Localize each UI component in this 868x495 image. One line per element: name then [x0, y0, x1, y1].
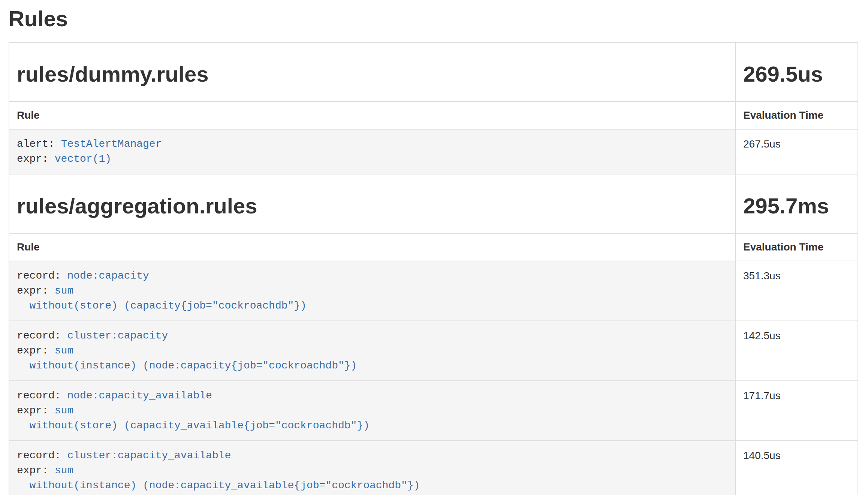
evaluation-time-cell: 267.5us [735, 129, 858, 174]
column-header-row: Rule Evaluation Time [9, 101, 858, 129]
rule-expr-link[interactable]: sum without(store) (capacity{job="cockro… [17, 285, 307, 312]
evaluation-time-value: 140.5us [743, 450, 781, 461]
rule-group-file-cell: rules/dummy.rules [9, 42, 735, 101]
evaluation-time-cell: 171.7us [735, 381, 858, 441]
column-header-rule: Rule [9, 233, 735, 261]
rule-group-header-row: rules/dummy.rules 269.5us [9, 42, 858, 101]
evaluation-time-cell: 351.3us [735, 261, 858, 321]
expr-label: expr: [17, 285, 48, 297]
rule-group-file: rules/aggregation.rules [17, 194, 727, 218]
rule-group-file: rules/dummy.rules [17, 62, 727, 86]
rule-name-link[interactable]: node:capacity [67, 270, 149, 282]
expr-label: expr: [17, 345, 48, 356]
rule-name-link[interactable]: node:capacity_available [67, 390, 212, 401]
rule-group-header-row: rules/aggregation.rules 295.7ms [9, 174, 858, 233]
rule-definition-cell: record:cluster:capacity expr:sum without… [9, 321, 735, 381]
evaluation-time-value: 142.5us [743, 330, 781, 341]
rule-row: record:node:capacity_available expr:sum … [9, 381, 858, 441]
rule-kind-label: alert: [17, 138, 55, 150]
rule-group-eval-time-cell: 295.7ms [735, 174, 858, 233]
expr-label: expr: [17, 465, 48, 476]
rule-name-link[interactable]: cluster:capacity [67, 330, 168, 341]
rule-expr-link[interactable]: vector(1) [55, 153, 111, 165]
rule-definition-cell: record:cluster:capacity_available expr:s… [9, 441, 735, 495]
column-header-evaluation-time: Evaluation Time [735, 233, 858, 261]
column-header-evaluation-time: Evaluation Time [735, 101, 858, 129]
rule-definition-cell: record:node:capacity expr:sum without(st… [9, 261, 735, 321]
evaluation-time-cell: 140.5us [735, 441, 858, 495]
rule-kind-label: record: [17, 270, 61, 282]
page-title: Rules [9, 7, 858, 31]
rule-row: record:node:capacity expr:sum without(st… [9, 261, 858, 321]
evaluation-time-value: 351.3us [743, 270, 781, 282]
column-header-rule: Rule [9, 101, 735, 129]
rule-name-link[interactable]: cluster:capacity_available [67, 450, 231, 461]
rules-table: rules/dummy.rules 269.5us Rule Evaluatio… [9, 42, 858, 495]
evaluation-time-cell: 142.5us [735, 321, 858, 381]
rule-definition-cell: record:node:capacity_available expr:sum … [9, 381, 735, 441]
column-header-row: Rule Evaluation Time [9, 233, 858, 261]
rule-group-file-cell: rules/aggregation.rules [9, 174, 735, 233]
rule-definition-cell: alert:TestAlertManager expr:vector(1) [9, 129, 735, 174]
rule-group-eval-time-cell: 269.5us [735, 42, 858, 101]
rule-kind-label: record: [17, 450, 61, 461]
rule-kind-label: record: [17, 390, 61, 401]
rule-row: alert:TestAlertManager expr:vector(1) 26… [9, 129, 858, 174]
evaluation-time-value: 267.5us [743, 138, 781, 150]
expr-label: expr: [17, 405, 48, 416]
rule-expr-link[interactable]: sum without(instance) (node:capacity_ava… [17, 465, 420, 491]
rules-page: Rules rules/dummy.rules 269.5us Rule Eva… [0, 7, 868, 495]
evaluation-time-value: 171.7us [743, 390, 781, 401]
rule-row: record:cluster:capacity_available expr:s… [9, 441, 858, 495]
rule-group-eval-time: 269.5us [743, 62, 850, 86]
rule-group-eval-time: 295.7ms [743, 194, 850, 218]
expr-label: expr: [17, 153, 48, 165]
rule-expr-link[interactable]: sum without(store) (capacity_available{j… [17, 405, 370, 431]
rule-row: record:cluster:capacity expr:sum without… [9, 321, 858, 381]
rule-expr-link[interactable]: sum without(instance) (node:capacity{job… [17, 345, 357, 371]
rule-kind-label: record: [17, 330, 61, 341]
rule-name-link[interactable]: TestAlertManager [61, 138, 162, 150]
